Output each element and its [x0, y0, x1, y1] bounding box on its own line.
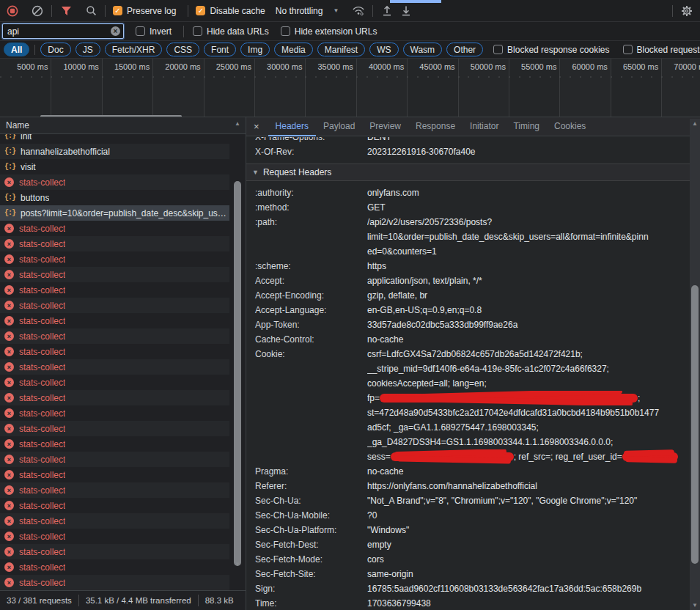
request-row[interactable]: ×stats-collect — [0, 251, 229, 267]
clear-filter-icon[interactable]: × — [111, 26, 120, 36]
scroll-up-icon[interactable]: ▲ — [690, 119, 700, 128]
header-value-line: gzip, deflate, br — [367, 288, 690, 303]
detail-scrollbar[interactable]: ▲ ▼ — [690, 119, 700, 610]
request-row[interactable]: ×stats-collect — [0, 328, 229, 344]
preserve-log-checkbox[interactable] — [113, 6, 122, 15]
filter-toggle-button[interactable] — [56, 3, 75, 19]
header-name: Accept-Encoding: — [255, 288, 367, 303]
tab-preview[interactable]: Preview — [362, 117, 408, 136]
clear-button[interactable] — [28, 3, 47, 19]
request-row[interactable]: ×stats-collect — [0, 482, 229, 498]
disable-cache-checkbox[interactable] — [196, 6, 205, 15]
type-pill-js[interactable]: JS — [75, 43, 100, 56]
request-row[interactable]: ×stats-collect — [0, 529, 229, 544]
blocked-requests-checkbox[interactable] — [623, 45, 633, 54]
import-har-button[interactable] — [377, 3, 397, 19]
request-row[interactable]: ×stats-collect — [0, 467, 229, 482]
type-pill-css[interactable]: CSS — [166, 43, 199, 56]
request-name: stats-collect — [19, 301, 65, 311]
scrollbar-thumb[interactable] — [234, 181, 241, 566]
type-pill-manifest[interactable]: Manifest — [317, 43, 365, 56]
tab-cookies[interactable]: Cookies — [547, 117, 593, 136]
export-har-button[interactable] — [397, 3, 416, 19]
type-pill-media[interactable]: Media — [274, 43, 313, 56]
scrollbar-thumb[interactable] — [691, 285, 699, 564]
header-row: Sec-Fetch-Site:same-origin — [246, 567, 690, 581]
request-row[interactable]: ×stats-collect — [0, 421, 229, 436]
name-column-header[interactable]: Name — [0, 117, 246, 134]
request-row[interactable]: {:}init — [0, 134, 229, 144]
request-row[interactable]: {:}buttons — [0, 190, 229, 205]
request-row[interactable]: ×stats-collect — [0, 559, 229, 575]
request-row[interactable]: ×stats-collect — [0, 375, 229, 390]
request-headers-section-header[interactable]: ▼ Request Headers — [246, 163, 690, 181]
search-button[interactable] — [81, 3, 100, 19]
request-row[interactable]: ×stats-collect — [0, 267, 229, 282]
request-row[interactable]: {:}visit — [0, 159, 229, 174]
settings-button[interactable] — [677, 3, 696, 19]
failed-icon: × — [4, 485, 14, 495]
type-pill-fetchxhr[interactable]: Fetch/XHR — [105, 43, 163, 56]
tab-timing[interactable]: Timing — [506, 117, 547, 136]
request-row[interactable]: ×stats-collect — [0, 390, 229, 405]
blocked-response-cookies-checkbox[interactable] — [493, 45, 503, 54]
tab-payload[interactable]: Payload — [316, 117, 362, 136]
request-name: stats-collect — [19, 424, 65, 434]
request-row[interactable]: ×stats-collect — [0, 236, 229, 251]
requests-scrollbar[interactable]: ▲ ▼ — [232, 119, 243, 590]
type-pill-other[interactable]: Other — [446, 43, 483, 56]
request-row[interactable]: ×stats-collect — [0, 344, 229, 359]
timeline-gridline — [509, 59, 509, 117]
invert-checkbox[interactable] — [136, 26, 145, 36]
hide-data-urls-checkbox[interactable] — [193, 26, 202, 36]
failed-icon: × — [4, 562, 14, 572]
request-row[interactable]: ×stats-collect — [0, 513, 229, 529]
scroll-down-icon[interactable]: ▼ — [690, 600, 700, 610]
request-row[interactable]: ×stats-collect — [0, 282, 229, 298]
type-pill-ws[interactable]: WS — [369, 43, 398, 56]
record-button[interactable] — [3, 3, 22, 19]
request-row[interactable]: ×stats-collect — [0, 405, 229, 421]
header-name: Sec-Ch-Ua-Platform: — [255, 523, 367, 537]
type-pill-doc[interactable]: Doc — [40, 43, 70, 56]
tab-headers[interactable]: Headers — [268, 117, 316, 136]
request-name: visit — [21, 162, 36, 172]
request-row[interactable]: ×stats-collect — [0, 313, 229, 328]
request-row[interactable]: {:}hannahelizabethofficial — [0, 144, 229, 159]
close-icon[interactable]: × — [254, 121, 259, 132]
request-row[interactable]: ×stats-collect — [0, 174, 229, 190]
request-row[interactable]: ×stats-collect — [0, 436, 229, 452]
invert-label: Invert — [150, 26, 172, 37]
header-value-line: "Windows" — [367, 523, 690, 537]
network-conditions-button[interactable] — [349, 3, 368, 19]
scroll-down-icon[interactable]: ▼ — [232, 559, 243, 569]
triangle-down-icon: ▼ — [252, 169, 259, 176]
request-row[interactable]: ×stats-collect — [0, 498, 229, 513]
headers-content[interactable]: X-Frame-Options:DENYX-Of-Rev:20231226191… — [246, 137, 690, 610]
header-name: Sec-Fetch-Site: — [255, 567, 367, 581]
request-row[interactable]: ×stats-collect — [0, 359, 229, 375]
header-value-line: en-GB,en-US;q=0.9,en;q=0.8 — [367, 303, 690, 317]
filter-input[interactable]: api × — [2, 23, 124, 39]
header-row: Sec-Fetch-Mode:cors — [246, 552, 690, 567]
request-row[interactable]: ×stats-collect — [0, 575, 229, 590]
request-row[interactable]: {:}posts?limit=10&order=publish_date_des… — [0, 205, 229, 221]
throttling-select[interactable]: No throttling ▼ — [276, 6, 339, 16]
timeline-tick-label: 35000 ms — [317, 62, 353, 71]
type-pill-wasm[interactable]: Wasm — [403, 43, 443, 56]
summary-divider — [78, 595, 79, 606]
tab-initiator[interactable]: Initiator — [463, 117, 506, 136]
request-row[interactable]: ×stats-collect — [0, 544, 229, 559]
request-name: stats-collect — [19, 455, 65, 465]
tab-response[interactable]: Response — [408, 117, 463, 136]
scroll-up-icon[interactable]: ▲ — [232, 119, 243, 128]
type-pill-all[interactable]: All — [4, 43, 29, 56]
hide-extension-urls-checkbox[interactable] — [281, 26, 290, 36]
type-pill-img[interactable]: Img — [240, 43, 270, 56]
request-row[interactable]: ×stats-collect — [0, 452, 229, 467]
request-row[interactable]: ×stats-collect — [0, 298, 229, 313]
request-row[interactable]: ×stats-collect — [0, 221, 229, 236]
type-pill-font[interactable]: Font — [204, 43, 236, 56]
request-name: stats-collect — [19, 177, 65, 188]
timeline-overview[interactable]: 5000 ms10000 ms15000 ms20000 ms25000 ms3… — [0, 59, 700, 117]
